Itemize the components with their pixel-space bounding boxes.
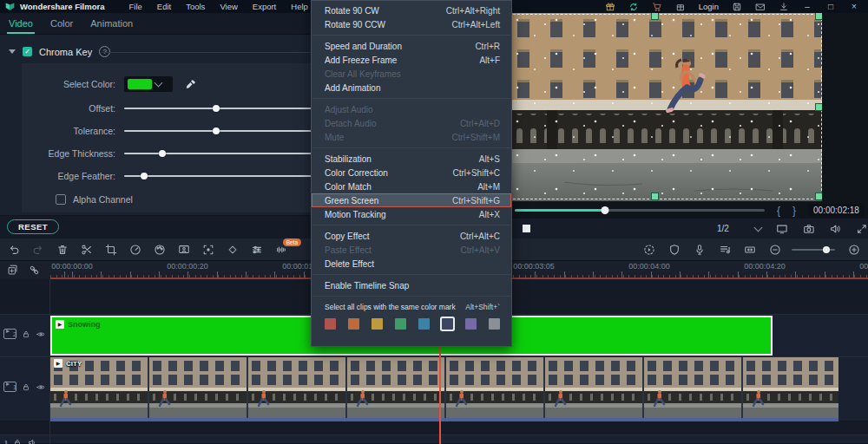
context-menu-item[interactable]: Color Correction Ctrl+Shift+C — [312, 166, 511, 180]
promo-icon[interactable] — [605, 2, 615, 12]
context-menu-item[interactable]: Adjust Audio — [312, 102, 511, 116]
collapse-caret-icon[interactable] — [9, 49, 16, 54]
login-button[interactable]: Login — [699, 2, 719, 11]
context-menu-item[interactable]: Motion Tracking Alt+X — [312, 207, 511, 221]
link-clips-icon[interactable] — [29, 264, 40, 276]
cart-icon[interactable] — [652, 2, 662, 12]
chroma-key-checkbox[interactable] — [23, 47, 32, 56]
city-video-clip[interactable]: CITY — [50, 357, 838, 421]
eye-icon[interactable] — [36, 330, 46, 339]
fit-display-icon[interactable] — [776, 223, 788, 235]
motion-tracking-button[interactable] — [202, 244, 214, 256]
mode-tab[interactable]: Video — [7, 15, 35, 32]
menubar-item[interactable]: View — [220, 2, 237, 11]
delete-button[interactable] — [56, 244, 69, 256]
slider-handle[interactable] — [213, 105, 220, 112]
timeline-zoom-slider[interactable] — [792, 249, 835, 251]
transform-handle[interactable] — [651, 193, 659, 200]
chroma-key-button[interactable] — [178, 244, 190, 256]
context-menu-item[interactable]: Add Freeze Frame Alt+F — [312, 53, 511, 67]
eyedropper-icon[interactable] — [185, 78, 197, 90]
track-size-button[interactable] — [744, 244, 756, 256]
mark-out-icon[interactable]: } — [792, 205, 796, 217]
minimize-button[interactable]: – — [802, 2, 812, 11]
render-preview-button[interactable] — [643, 244, 655, 256]
keyframe-button[interactable] — [227, 244, 239, 256]
transform-handle[interactable] — [651, 13, 659, 20]
speed-button[interactable] — [129, 244, 141, 256]
color-mark-swatch[interactable] — [465, 318, 477, 330]
transform-handle[interactable] — [815, 193, 822, 200]
menubar-item[interactable]: File — [129, 2, 142, 11]
close-button[interactable]: × — [849, 2, 859, 11]
sync-icon[interactable] — [628, 2, 639, 12]
zoom-slider-handle[interactable] — [823, 246, 830, 253]
undo-button[interactable] — [8, 244, 20, 256]
menubar-item[interactable]: Tools — [186, 2, 205, 11]
audio-track-lane[interactable] — [0, 434, 868, 444]
mark-in-icon[interactable]: { — [777, 205, 780, 217]
context-menu-item[interactable]: Color Match Alt+M — [312, 180, 511, 193]
snapshot-camera-icon[interactable] — [803, 223, 815, 235]
reset-button[interactable]: RESET — [7, 219, 59, 234]
color-mark-swatch[interactable] — [325, 318, 336, 330]
redo-button[interactable] — [32, 244, 44, 256]
alpha-channel-checkbox[interactable] — [56, 194, 66, 205]
color-button[interactable] — [154, 244, 166, 256]
context-menu-item[interactable]: Stabilization Alt+S — [312, 152, 511, 166]
context-menu-item[interactable]: Rotate 90 CW Ctrl+Alt+Right — [312, 3, 511, 17]
context-menu-item[interactable]: Mute Ctrl+Shift+M — [312, 130, 511, 144]
context-menu-item[interactable]: Select all clips with the same color mar… — [312, 300, 511, 314]
fullscreen-icon[interactable] — [856, 223, 868, 235]
audio-stretch-button[interactable]: Beta — [275, 244, 287, 256]
context-menu-item[interactable]: Clear All Keyframes — [312, 67, 511, 81]
lock-icon[interactable] — [13, 438, 22, 444]
gift-icon[interactable] — [675, 2, 686, 12]
chevron-down-icon[interactable] — [753, 224, 762, 232]
menubar-item[interactable]: Help — [291, 2, 308, 11]
color-picker-dropdown[interactable] — [124, 76, 173, 92]
maximize-button[interactable]: □ — [825, 2, 836, 11]
mode-tab[interactable]: Color — [49, 15, 75, 32]
save-icon[interactable] — [732, 2, 742, 12]
audio-mixer-button[interactable] — [251, 244, 263, 256]
context-menu-item[interactable]: Detach Audio Ctrl+Alt+D — [312, 116, 511, 130]
transform-handle[interactable] — [815, 13, 822, 20]
context-menu-item[interactable]: Rotate 90 CCW Ctrl+Alt+Left — [312, 17, 511, 31]
split-button[interactable] — [81, 244, 93, 256]
context-menu-item[interactable]: Delete Effect — [312, 257, 511, 271]
mail-icon[interactable] — [755, 2, 766, 12]
audio-sync-button[interactable] — [719, 244, 731, 256]
speaker-icon[interactable] — [27, 438, 37, 444]
mode-tab[interactable]: Animation — [89, 15, 135, 32]
preview-video-frame[interactable] — [512, 13, 822, 201]
menubar-item[interactable]: Edit — [157, 2, 171, 11]
lock-icon[interactable] — [22, 330, 30, 339]
zoom-out-button[interactable] — [769, 244, 781, 256]
context-menu-item[interactable]: Speed and Duration Ctrl+R — [312, 39, 511, 53]
transform-handle[interactable] — [815, 103, 822, 111]
slider-handle[interactable] — [213, 127, 220, 134]
seek-handle[interactable] — [601, 206, 608, 214]
color-mark-swatch[interactable] — [489, 318, 500, 330]
zoom-in-button[interactable] — [848, 244, 860, 256]
eye-icon[interactable] — [36, 382, 46, 392]
context-menu-item[interactable]: Add Animation — [312, 81, 511, 95]
slider-handle[interactable] — [141, 173, 148, 180]
track-manager-icon[interactable] — [7, 264, 18, 276]
stop-button[interactable] — [523, 225, 530, 232]
preview-page-indicator[interactable]: 1/2 — [717, 224, 729, 233]
context-menu-item[interactable]: Copy Effect Ctrl+Alt+C — [312, 229, 511, 243]
menubar-item[interactable]: Export — [253, 2, 276, 11]
shield-button[interactable] — [668, 244, 681, 256]
record-voiceover-button[interactable] — [694, 244, 706, 256]
context-menu-item[interactable]: Green Screen Ctrl+Shift+G — [312, 193, 511, 207]
download-icon[interactable] — [779, 2, 789, 12]
context-menu-item[interactable]: Paste Effect Ctrl+Alt+V — [312, 243, 511, 257]
color-mark-swatch[interactable] — [418, 318, 430, 330]
slider-handle[interactable] — [159, 150, 166, 157]
context-menu-item[interactable]: Enable Timeline Snap — [312, 278, 511, 292]
volume-icon[interactable] — [829, 223, 841, 235]
color-mark-swatch[interactable] — [442, 318, 453, 330]
lock-icon[interactable] — [22, 382, 30, 392]
